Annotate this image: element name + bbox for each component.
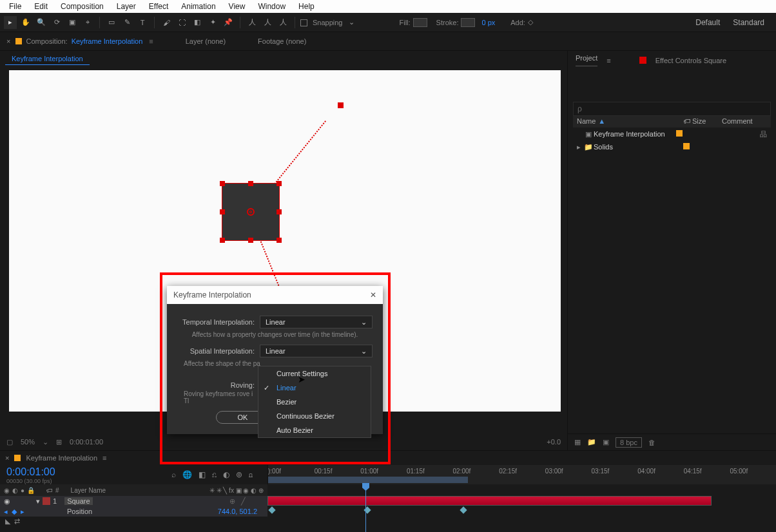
menu-file[interactable]: File <box>3 1 28 12</box>
axis-local-icon[interactable]: ⼈ <box>246 16 258 29</box>
menu-layer[interactable]: Layer <box>110 1 142 12</box>
tab-composition[interactable]: × Composition: Keyframe Interpolation ≡ <box>0 35 160 48</box>
keyframe[interactable] <box>268 506 275 513</box>
time-display[interactable]: 0:00:01:00 <box>70 438 103 446</box>
flowchart-icon[interactable]: 品 <box>760 129 767 139</box>
menu-view[interactable]: View <box>222 1 252 12</box>
project-item[interactable]: ▣ Keyframe Interpolation 品 <box>573 128 771 140</box>
property-name[interactable]: Position <box>67 508 92 515</box>
snapping-checkbox[interactable] <box>300 19 307 26</box>
close-icon[interactable]: ✕ <box>370 290 376 299</box>
lock-icon[interactable]: 🔒 <box>27 487 35 494</box>
roto-tool-icon[interactable]: ✦ <box>206 16 219 29</box>
snapping-chevron-icon[interactable]: ⌄ <box>345 16 358 29</box>
resize-handle[interactable] <box>220 209 225 214</box>
spatial-select[interactable]: Linear ⌄ <box>260 345 373 357</box>
timeline-tracks[interactable] <box>267 484 776 532</box>
comp-tab[interactable]: Keyframe Interpolation <box>5 53 90 65</box>
toggle-switches-icon[interactable]: ⇄ <box>14 517 20 526</box>
new-folder-icon[interactable]: 📁 <box>587 438 596 446</box>
new-comp-icon[interactable]: ▣ <box>603 438 609 446</box>
workspace-default[interactable]: Default <box>695 18 720 27</box>
resize-handle[interactable] <box>220 181 225 186</box>
graph-editor-icon[interactable]: ⩍ <box>249 470 253 479</box>
property-row[interactable]: ◂ ◆ ▸ Position 744.0, 501.2 <box>0 506 267 517</box>
label-swatch[interactable] <box>676 130 683 137</box>
keyframe[interactable] <box>460 506 467 513</box>
resize-handle[interactable] <box>248 181 253 186</box>
eye-icon[interactable]: ◉ <box>4 487 10 494</box>
orbit-tool-icon[interactable]: ⟳ <box>50 16 63 29</box>
clone-tool-icon[interactable]: ⛶ <box>175 16 188 29</box>
camera-tool-icon[interactable]: ▣ <box>66 16 79 29</box>
draft3d-icon[interactable]: ◧ <box>199 470 206 479</box>
layer-name-header[interactable]: Layer Name <box>71 487 106 494</box>
layer-bar[interactable] <box>267 496 712 506</box>
option-bezier[interactable]: Bezier <box>258 395 371 409</box>
puppet-tool-icon[interactable]: 📌 <box>222 16 235 29</box>
resize-handle[interactable] <box>276 209 282 214</box>
expand-transforms-icon[interactable]: ◣ <box>5 517 10 526</box>
resize-handle[interactable] <box>248 238 253 243</box>
option-auto-bezier[interactable]: Auto Bezier <box>258 423 371 437</box>
chevron-down-icon[interactable]: ⌄ <box>43 438 48 446</box>
stroke-swatch[interactable] <box>461 18 475 27</box>
composition-name[interactable]: Keyframe Interpolation <box>72 37 143 45</box>
tab-footage[interactable]: Footage (none) <box>251 35 313 48</box>
hand-tool-icon[interactable]: ✋ <box>19 16 32 29</box>
property-value[interactable]: 744.0, 501.2 <box>218 508 264 515</box>
keyframe-handle[interactable] <box>338 102 344 108</box>
resize-handle[interactable] <box>276 181 282 186</box>
option-linear[interactable]: ✓Linear <box>258 381 371 395</box>
magnify-icon[interactable]: ▢ <box>6 438 13 446</box>
tab-layer[interactable]: Layer (none) <box>179 35 232 48</box>
rectangle-tool-icon[interactable]: ▭ <box>105 16 118 29</box>
column-name[interactable]: Name▲ <box>577 117 681 125</box>
menu-composition[interactable]: Composition <box>54 1 110 12</box>
menu-help[interactable]: Help <box>292 1 321 12</box>
zoom-tool-icon[interactable]: 🔍 <box>35 16 48 29</box>
panel-menu-icon[interactable]: ≡ <box>102 454 106 462</box>
temporal-select[interactable]: Linear ⌄ <box>260 316 373 328</box>
resize-handle[interactable] <box>220 238 225 243</box>
label-color[interactable] <box>43 497 50 505</box>
option-current-settings[interactable]: Current Settings <box>258 366 371 381</box>
panel-menu-icon[interactable]: ≡ <box>149 37 153 45</box>
stroke-width[interactable]: 0 px <box>481 19 495 26</box>
interpret-icon[interactable]: ▦ <box>574 438 581 446</box>
selected-layer[interactable] <box>222 183 280 241</box>
expand-icon[interactable]: ▸ <box>577 143 583 151</box>
menu-animation[interactable]: Animation <box>175 1 222 12</box>
playhead[interactable] <box>365 484 366 532</box>
bpc-button[interactable]: 8 bpc <box>616 437 642 448</box>
column-label-icon[interactable]: 🏷 <box>681 117 692 125</box>
time-ruler[interactable]: ):00f 00:15f 01:00f 01:15f 02:00f 02:15f… <box>267 465 776 484</box>
type-tool-icon[interactable]: T <box>136 16 149 29</box>
timeline-tab[interactable]: Keyframe Interpolation <box>26 454 97 462</box>
fill-swatch[interactable] <box>413 18 427 27</box>
layer-row[interactable]: ◉ ▾ 1 Square ⊕ ╱ <box>0 496 267 506</box>
close-icon[interactable]: × <box>5 454 9 462</box>
current-time[interactable]: 0:00:01:00 <box>6 466 161 478</box>
next-keyframe-icon[interactable]: ▸ <box>21 508 24 516</box>
search-icon[interactable]: ⌕ <box>171 470 176 479</box>
trash-icon[interactable]: 🗑 <box>648 439 655 446</box>
frame-blend-icon[interactable]: ◐ <box>223 470 229 479</box>
column-comment[interactable]: Comment <box>722 117 767 125</box>
axis-view-icon[interactable]: ⼈ <box>276 16 289 29</box>
twirl-icon[interactable]: ▾ <box>36 497 40 506</box>
project-item[interactable]: ▸ 📁 Solids <box>573 140 771 153</box>
layer-name[interactable]: Square <box>64 497 92 505</box>
resolution-icon[interactable]: ⊞ <box>56 438 62 446</box>
work-area[interactable] <box>268 477 468 483</box>
menu-edit[interactable]: Edit <box>28 1 54 12</box>
pan-behind-tool-icon[interactable]: ⌖ <box>81 16 94 29</box>
add-chevron-icon[interactable]: ◇ <box>528 18 533 26</box>
menu-effect[interactable]: Effect <box>142 1 175 12</box>
keyframe-toggle-icon[interactable]: ◆ <box>12 508 17 516</box>
close-icon[interactable]: × <box>6 37 10 45</box>
pen-tool-icon[interactable]: ✎ <box>121 16 133 29</box>
eye-toggle[interactable]: ◉ <box>4 497 10 506</box>
column-size[interactable]: Size <box>692 117 722 125</box>
shy-icon[interactable]: ⎌ <box>212 470 217 479</box>
